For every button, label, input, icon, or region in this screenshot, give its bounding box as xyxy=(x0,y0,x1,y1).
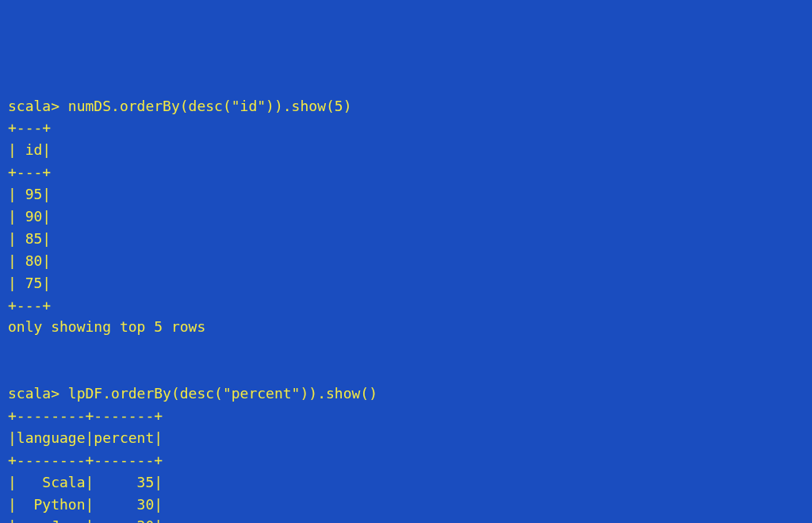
terminal-line xyxy=(8,360,804,383)
terminal-line: |language|percent| xyxy=(8,427,804,449)
terminal-line: +---+ xyxy=(8,117,804,139)
terminal-line: +---+ xyxy=(8,161,804,183)
terminal-line: | 85| xyxy=(8,228,804,250)
terminal-line: | 95| xyxy=(8,183,804,206)
terminal-line: | id| xyxy=(8,139,804,161)
terminal-line: | Scala| 35| xyxy=(8,471,804,494)
terminal-line: scala> lpDF.orderBy(desc("percent")).sho… xyxy=(8,383,804,405)
terminal-output[interactable]: scala> numDS.orderBy(desc("id")).show(5)… xyxy=(8,95,804,523)
terminal-line: only showing top 5 rows xyxy=(8,316,804,338)
terminal-line: +---+ xyxy=(8,294,804,317)
terminal-line: +--------+-------+ xyxy=(8,449,804,471)
terminal-line xyxy=(8,338,804,360)
terminal-line: | 90| xyxy=(8,206,804,228)
terminal-line: scala> numDS.orderBy(desc("id")).show(5) xyxy=(8,95,804,117)
terminal-line: | 80| xyxy=(8,250,804,272)
terminal-line: | Python| 30| xyxy=(8,494,804,516)
terminal-line: | 75| xyxy=(8,272,804,294)
terminal-line: +--------+-------+ xyxy=(8,405,804,427)
terminal-line: | Java| 20| xyxy=(8,515,804,523)
